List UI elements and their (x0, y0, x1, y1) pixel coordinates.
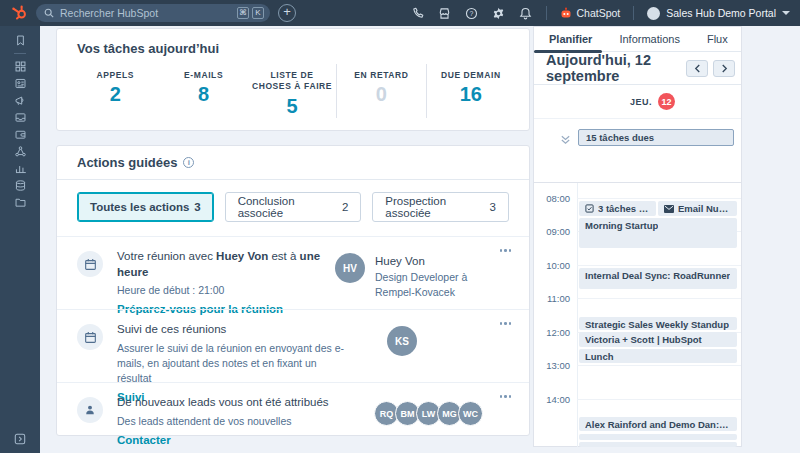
active-tab-underline (534, 50, 602, 53)
avatar: KS (387, 326, 417, 356)
left-sidebar (0, 26, 40, 453)
lead-avatars: RQ BM LW MG WC (378, 401, 483, 435)
tab-closing[interactable]: Conclusion associée 2 (225, 192, 362, 222)
navbar-divider (633, 6, 634, 20)
more-options-icon[interactable] (496, 391, 516, 402)
tasks-due-button[interactable]: 15 tâches dues (578, 129, 734, 146)
marketing-megaphone-icon[interactable] (0, 92, 40, 109)
tab-count: 2 (342, 201, 348, 213)
tab-count: 3 (490, 201, 496, 213)
chevron-double-down-icon[interactable] (560, 131, 571, 149)
event-alex-rainford-intro[interactable]: Alex Rainford and Demo Dan: Intro (579, 417, 737, 431)
bookmark-icon[interactable] (0, 32, 40, 49)
chatspot-button[interactable]: ChatSpot (560, 7, 621, 19)
next-day-button[interactable] (713, 60, 735, 77)
time-label: 10:00 (534, 260, 570, 271)
tab-label: Prospection associée (385, 195, 489, 219)
prev-day-button[interactable] (686, 60, 708, 77)
search-icon (44, 8, 54, 18)
chevron-right-icon (721, 64, 728, 73)
event-victoria-scott[interactable]: Victoria + Scott | HubSpot (579, 332, 737, 347)
settings-gear-icon[interactable] (492, 6, 506, 20)
action-item-subtitle: Heure de début : 21:00 (117, 283, 335, 298)
automations-network-icon[interactable] (0, 143, 40, 160)
shortcut-k-key: K (252, 7, 264, 19)
stat-due-tomorrow[interactable]: DUE DEMAIN 16 (426, 64, 515, 118)
person-role: Design Developer à Rempel-Kovacek (375, 270, 487, 299)
stat-value: 2 (75, 83, 155, 106)
checklist-icon (585, 204, 594, 213)
action-item-new-leads: De nouveaux leads vous ont été attribués… (57, 382, 529, 435)
action-item-title: Votre réunion avec Huey Von est à une he… (117, 249, 335, 280)
data-database-icon[interactable] (0, 177, 40, 194)
caret-down-icon (782, 11, 790, 15)
planner-panel: Planifier Informations Flux Aujourd'hui,… (533, 26, 742, 447)
chatspot-bot-icon (560, 7, 572, 19)
event-tasks[interactable]: 3 tâches à faire (579, 201, 656, 216)
event-internal-deal-sync[interactable]: Internal Deal Sync: RoadRunner (579, 268, 737, 289)
day-number-badge: 12 (658, 93, 675, 110)
stat-calls[interactable]: APPELS 2 (71, 64, 159, 118)
stat-todo[interactable]: LISTE DE CHOSES À FAIRE 5 (248, 64, 336, 118)
workspaces-grid-icon[interactable] (0, 58, 40, 75)
tab-informations[interactable]: Informations (619, 33, 680, 45)
library-folder-icon[interactable] (0, 194, 40, 211)
top-navbar: ⌘ K + ? ChatS (0, 0, 800, 26)
guided-actions-title: Actions guidées (77, 155, 177, 170)
stat-value: 5 (252, 95, 332, 118)
info-icon[interactable]: i (183, 157, 194, 168)
reporting-chart-icon[interactable] (0, 160, 40, 177)
calendar-grid: 08:00 09:00 10:00 11:00 12:00 13:00 14:0… (534, 183, 741, 447)
action-item-title: De nouveaux leads vous ont été attribués (117, 395, 345, 411)
event-weekly-standup[interactable]: Strategic Sales Weekly Standup (579, 317, 737, 330)
notifications-bell-icon[interactable] (519, 6, 533, 20)
shortcut-cmd-key: ⌘ (237, 7, 249, 19)
action-item-followup: Suivi de ces réunions Assurer le suivi d… (57, 309, 529, 382)
stat-label: APPELS (75, 70, 155, 81)
more-options-icon[interactable] (496, 318, 516, 329)
hubspot-logo-icon[interactable] (10, 4, 28, 22)
create-button[interactable]: + (278, 4, 296, 22)
action-item-title: Suivi de ces réunions (117, 322, 345, 338)
search-input[interactable] (60, 7, 234, 19)
calling-icon[interactable] (411, 6, 425, 20)
global-search[interactable]: ⌘ K (36, 4, 270, 22)
collapse-panel-icon[interactable] (0, 433, 40, 445)
time-label: 09:00 (534, 226, 570, 237)
tasks-stats-row: APPELS 2 E-MAILS 8 LISTE DE CHOSES À FAI… (57, 62, 529, 118)
commerce-wallet-icon[interactable] (0, 126, 40, 143)
event-morning-startup[interactable]: Morning Startup (579, 218, 737, 248)
stat-value: 16 (431, 83, 511, 106)
tab-count: 3 (194, 201, 200, 213)
content-inbox-icon[interactable] (0, 109, 40, 126)
portal-name: Sales Hub Demo Portal (666, 7, 776, 19)
more-options-icon[interactable] (496, 245, 516, 256)
all-day-section: 15 tâches dues (534, 119, 741, 183)
stat-emails[interactable]: E-MAILS 8 (159, 64, 247, 118)
stat-overdue[interactable]: EN RETARD 0 (336, 64, 425, 118)
help-icon[interactable]: ? (465, 6, 479, 20)
tab-all-actions[interactable]: Toutes les actions 3 (77, 192, 214, 222)
event-partial (579, 442, 737, 447)
avatar: HV (335, 253, 365, 283)
stat-label: DUE DEMAIN (431, 70, 511, 81)
marketplace-icon[interactable] (438, 6, 452, 20)
stat-value: 0 (341, 83, 421, 106)
action-item-subtitle: Assurer le suivi de la réunion en envoya… (117, 341, 345, 387)
tab-flux[interactable]: Flux (707, 33, 728, 45)
account-avatar (647, 7, 660, 20)
account-menu[interactable]: Sales Hub Demo Portal (647, 7, 790, 20)
contacts-card-icon[interactable] (0, 75, 40, 92)
stat-label: E-MAILS (163, 70, 243, 81)
event-email[interactable]: Email Numbers… (658, 201, 737, 216)
tab-planifier[interactable]: Planifier (549, 33, 592, 45)
contact-link[interactable]: Contacter (117, 434, 345, 446)
calendar-icon (77, 324, 103, 350)
tab-prospecting[interactable]: Prospection associée 3 (372, 192, 509, 222)
day-abbreviation: JEU. (630, 97, 652, 107)
svg-text:?: ? (470, 9, 474, 16)
chevron-left-icon (694, 64, 701, 73)
navbar-right-cluster: ? ChatSpot Sales Hub Demo Portal (411, 0, 791, 26)
event-lunch[interactable]: Lunch (579, 349, 737, 363)
navbar-divider (546, 6, 547, 20)
